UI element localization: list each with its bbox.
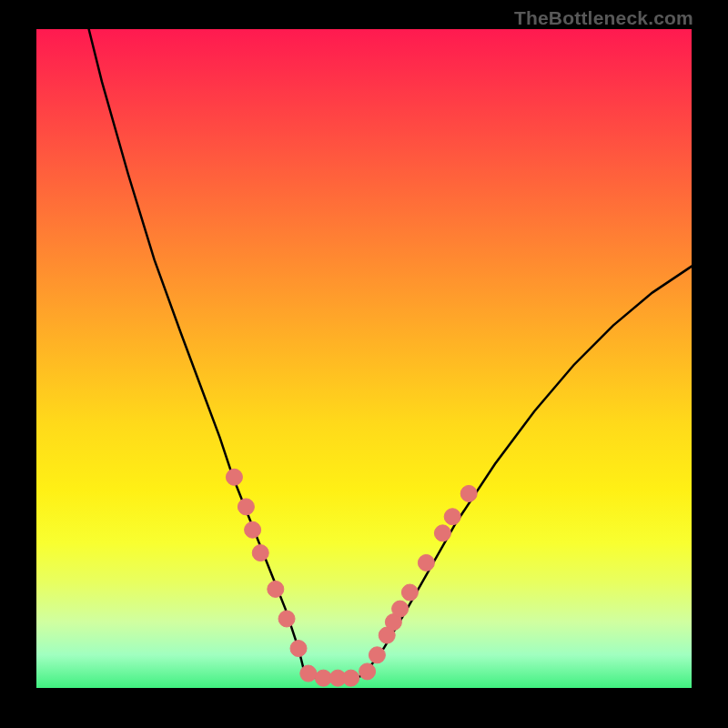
marker-dot <box>268 581 284 597</box>
marker-dot <box>444 509 460 525</box>
marker-dot <box>418 554 434 571</box>
watermark-text: TheBottleneck.com <box>514 7 693 29</box>
marker-dot <box>392 601 409 617</box>
curve-svg <box>36 29 692 688</box>
marker-dot <box>290 641 307 657</box>
marker-dot <box>300 665 317 682</box>
marker-dot <box>460 485 477 501</box>
marker-dot <box>245 521 261 538</box>
marker-dot <box>343 670 359 686</box>
marker-dot <box>252 545 268 561</box>
marker-dot <box>401 584 418 601</box>
bottleneck-curve <box>89 29 692 680</box>
marker-dot <box>369 647 385 663</box>
chart-container: TheBottleneck.com <box>0 0 728 728</box>
marker-dot <box>238 499 254 515</box>
marker-dot <box>278 611 295 627</box>
marker-dot <box>359 663 376 680</box>
marker-dot <box>315 670 331 686</box>
marker-dot <box>434 525 450 541</box>
plot-area <box>36 29 692 688</box>
marker-group <box>226 469 477 686</box>
marker-dot <box>226 469 242 485</box>
